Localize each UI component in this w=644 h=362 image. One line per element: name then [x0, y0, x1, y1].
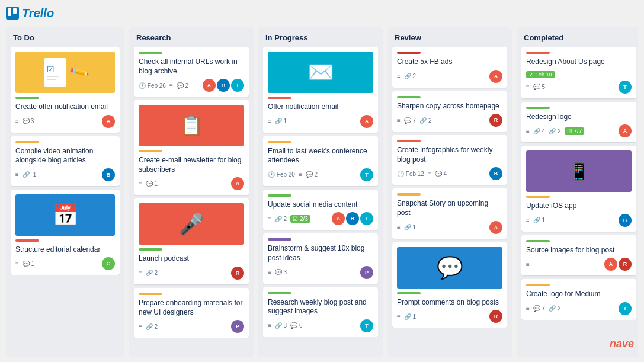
card-footer: ≡ 💬3 A [15, 115, 115, 128]
avatar: A [231, 177, 244, 190]
card-ip-3[interactable]: Update social media content ≡ 🔗 2 ☑ 2/3 … [263, 190, 378, 230]
meta-attach: 🔗 2 [275, 216, 287, 222]
card-footer: ≡ 🔗 1 B [15, 168, 115, 181]
card-label [268, 194, 291, 197]
meta-comment: 🔗 [23, 171, 30, 178]
card-footer: ≡ 💬 1 G [15, 257, 115, 270]
date-badge: ✓ Feb 10 [526, 71, 555, 78]
card-label [15, 97, 39, 99]
card-title: Compile video animation alongside blog a… [15, 147, 115, 165]
card-comp-4[interactable]: Source images for blog post ≡ A R [521, 235, 636, 276]
card-rev-2[interactable]: Sharpen copy across homepage ≡ 💬 7 🔗 2 R [392, 91, 507, 132]
card-meta: ≡ 🔗 1 [397, 224, 416, 230]
card-label [397, 292, 421, 294]
app-container: Trello To Do ☑ ✏️ [0, 0, 644, 362]
avatar: R [489, 310, 502, 323]
card-image-mic: 🎤 [139, 203, 244, 245]
card-title: Prompt comments on blog posts [397, 298, 502, 307]
card-res-2[interactable]: 📋 Create e-mail newsletter for blog subs… [134, 100, 249, 195]
meta-date: 🕐 Feb 26 [139, 82, 166, 89]
card-ip-2[interactable]: Email to last week's conference attendee… [263, 136, 378, 186]
meta-comment: 💬 5 [533, 84, 545, 90]
card-ip-1[interactable]: ✉️ Offer notification email ≡ 🔗 1 A [263, 47, 378, 133]
card-title: Source images for blog post [526, 246, 632, 255]
column-completed-cards: Redesign About Us page ✓ Feb 10 ≡ 💬 5 T [521, 47, 636, 320]
column-todo: To Do ☑ ✏️ Create of [6, 27, 124, 357]
column-research-cards: Check all internal URLs work in blog arc… [134, 47, 249, 338]
card-title: Sharpen copy across homepage [397, 102, 502, 111]
card-footer: ≡ 🔗 1 A [268, 115, 373, 128]
card-title: Update social media content [268, 200, 373, 210]
meta-lines: ≡ [139, 323, 142, 330]
meta-lines: ≡ [397, 224, 401, 230]
card-comp-3[interactable]: 📱 Update iOS app ≡ 🔗 1 B [521, 146, 636, 232]
card-meta: ≡ 🔗 2 [139, 270, 158, 276]
card-res-4[interactable]: Prepare onboarding materials for new UI … [134, 288, 249, 338]
meta-comment: 💬3 [23, 118, 34, 124]
card-footer: ≡ 💬 1 A [139, 177, 244, 190]
meta-comment: 💬 2 [306, 171, 318, 178]
card-label [268, 292, 291, 294]
meta-comment: 💬 2 [177, 82, 188, 89]
card-title: Brainstorm & suggest 10x blog post ideas [268, 244, 373, 262]
card-res-1[interactable]: Check all internal URLs work in blog arc… [134, 47, 249, 97]
avatar: T [360, 319, 373, 332]
card-rev-3[interactable]: Create infographics for weekly blog post… [392, 135, 507, 185]
card-meta: ≡ 🔗 1 [397, 313, 416, 320]
card-title: Create 5x FB ads [397, 57, 502, 67]
avatar: A [360, 115, 373, 128]
header: Trello [6, 5, 638, 21]
meta-comment: 💬 3 [275, 269, 287, 275]
meta-attach: 🔗 2 [404, 73, 416, 79]
card-meta: ≡ 💬 3 [268, 269, 287, 275]
avatar-group: A B T [203, 79, 244, 92]
card-footer: ≡ 🔗 4 🔗 2 ☑ 7/7 A [526, 124, 632, 137]
meta-lines: ≡ [526, 128, 530, 134]
card-ip-4[interactable]: Brainstorm & suggest 10x blog post ideas… [263, 233, 378, 283]
card-todo-3[interactable]: 📅 Structure editorial calendar ≡ 💬 1 G [11, 190, 120, 275]
meta-lines: ≡ [397, 313, 401, 320]
meta-date: 🕐 Feb 12 [397, 171, 424, 177]
meta-lines: ≡ [268, 269, 271, 275]
card-rev-1[interactable]: Create 5x FB ads ≡ 🔗 2 A [392, 47, 507, 88]
card-ip-5[interactable]: Research weekly blog post and suggest im… [263, 287, 378, 337]
card-meta: ≡ 🔗 4 🔗 2 ☑ 7/7 [526, 127, 584, 135]
meta-lines: ≡ [139, 181, 142, 187]
lines-icon: ≡ [15, 118, 19, 124]
column-review: Review Create 5x FB ads ≡ 🔗 2 A S [387, 27, 512, 357]
card-label [139, 293, 162, 295]
card-rev-5[interactable]: 💬 Prompt comments on blog posts ≡ 🔗 1 R [392, 242, 507, 328]
column-inprogress-cards: ✉️ Offer notification email ≡ 🔗 1 A Ema [263, 47, 378, 337]
card-title: Structure editorial calendar [15, 245, 115, 255]
meta-attach: 🔗 2 [146, 323, 158, 330]
avatar: A [489, 70, 502, 83]
meta-lines: ≡ [397, 73, 401, 79]
card-meta: ≡ 💬 7 🔗 2 [397, 117, 432, 124]
card-footer: ≡ 💬 7 🔗 2 R [397, 114, 502, 127]
card-meta: ≡ 💬3 [15, 118, 34, 124]
card-res-3[interactable]: 🎤 Launch podcast ≡ 🔗 2 R [134, 198, 249, 284]
card-comp-5[interactable]: Create logo for Medium ≡ 💬 7 🔗 2 T [521, 279, 636, 320]
meta-comment: 💬 1 [23, 261, 34, 267]
card-meta: ≡ 🔗 1 [268, 118, 287, 124]
card-meta: ≡ 🔗 1 [526, 217, 545, 223]
card-rev-4[interactable]: Snapchat Story on upcoming post ≡ 🔗 1 A [392, 188, 507, 238]
card-meta: ≡ [526, 261, 530, 268]
card-comp-2[interactable]: Redesign logo ≡ 🔗 4 🔗 2 ☑ 7/7 A [521, 102, 636, 143]
avatar-1: A [604, 258, 617, 271]
card-title: Create infographics for weekly blog post [397, 146, 502, 164]
card-todo-2[interactable]: Compile video animation alongside blog a… [11, 136, 120, 186]
card-image-phone: 📱 [526, 150, 632, 192]
meta-lines: ≡ [428, 171, 431, 177]
meta-lines: ≡ [15, 171, 19, 178]
card-footer: ≡ 🔗 2 R [139, 267, 244, 280]
card-todo-1[interactable]: ☑ ✏️ Create offer notification email ≡ � [11, 47, 120, 133]
meta-comment: 💬 7 [533, 305, 545, 312]
card-title: Update iOS app [526, 201, 632, 211]
avatar: T [619, 81, 632, 94]
card-comp-1[interactable]: Redesign About Us page ✓ Feb 10 ≡ 💬 5 T [521, 47, 636, 98]
meta-comment: 💬 4 [435, 171, 447, 177]
avatar-3: T [360, 212, 373, 225]
card-label [397, 140, 421, 142]
card-label [526, 196, 550, 198]
